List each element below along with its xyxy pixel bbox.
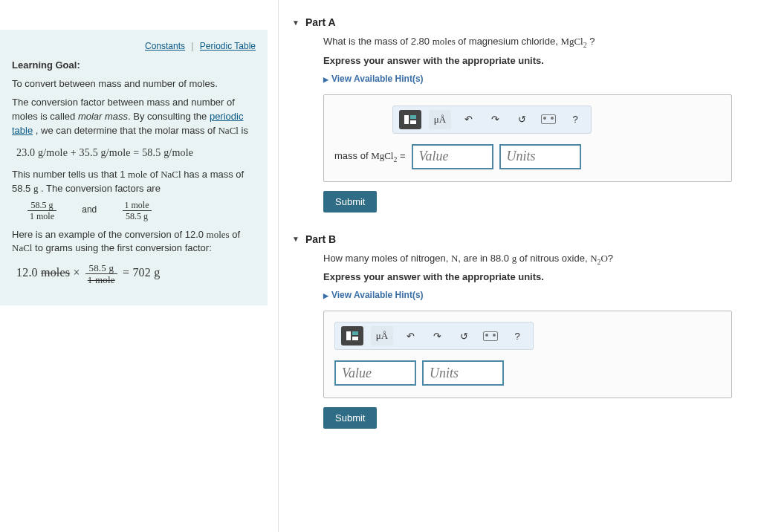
part-a-question: What is the mass of 2.80 moles of magnes… (323, 36, 755, 49)
example-equation: 12.0 moles × 58.5 g1 mole = 702 g (16, 263, 251, 285)
redo-icon[interactable]: ↷ (485, 110, 505, 129)
part-a: Part A What is the mass of 2.80 moles of… (292, 12, 755, 213)
part-b-instruction: Express your answer with the appropriate… (323, 271, 755, 282)
part-a-header[interactable]: Part A (292, 12, 755, 33)
part-b-toolbar: μÅ ↶ ↷ ↺ ? (334, 322, 534, 350)
part-b-value-input[interactable] (334, 360, 416, 386)
units-button[interactable]: μÅ (371, 326, 393, 346)
part-a-hints-toggle[interactable]: View Available Hint(s) (323, 74, 755, 84)
part-a-input-label: mass of MgCl2 = (334, 150, 406, 163)
part-a-label: Part A (305, 16, 336, 28)
undo-icon[interactable]: ↶ (459, 110, 478, 129)
svg-rect-4 (352, 331, 358, 335)
vertical-divider (278, 0, 279, 532)
lg-paragraph-4: Here is an example of the conversion of … (12, 228, 256, 256)
learning-goal-title: Learning Goal: (12, 59, 256, 73)
part-b-header[interactable]: Part B (292, 229, 755, 250)
help-icon[interactable]: ? (508, 326, 527, 346)
lg-paragraph-1: To convert between mass and number of mo… (12, 77, 256, 91)
part-a-value-input[interactable] (412, 144, 493, 169)
part-a-submit-button[interactable]: Submit (323, 191, 377, 213)
part-b: Part B How many moles of nitrogen, N, ar… (292, 229, 755, 429)
undo-icon[interactable]: ↶ (401, 326, 420, 346)
template-icon[interactable] (399, 110, 421, 129)
reset-icon[interactable]: ↺ (454, 326, 473, 346)
part-a-instruction: Express your answer with the appropriate… (323, 55, 755, 66)
part-a-input-row: mass of MgCl2 = (334, 144, 721, 169)
units-button[interactable]: μÅ (429, 110, 451, 129)
learning-goal-box: Constants | Periodic Table Learning Goal… (0, 30, 268, 305)
part-b-hints-toggle[interactable]: View Available Hint(s) (323, 290, 755, 300)
periodic-table-link[interactable]: Periodic Table (200, 41, 256, 51)
svg-rect-0 (404, 115, 409, 124)
part-a-units-input[interactable] (499, 144, 581, 169)
svg-rect-1 (410, 115, 416, 119)
sidebar: Constants | Periodic Table Learning Goal… (0, 0, 275, 532)
svg-rect-3 (346, 331, 351, 340)
part-b-submit-button[interactable]: Submit (323, 407, 377, 429)
part-b-label: Part B (305, 233, 336, 245)
lg-paragraph-2: The conversion factor between mass and n… (12, 96, 256, 138)
svg-rect-2 (410, 120, 416, 124)
part-b-answer-box: μÅ ↶ ↷ ↺ ? (323, 311, 732, 398)
part-b-units-input[interactable] (422, 360, 504, 386)
svg-rect-5 (352, 337, 358, 340)
chevron-down-icon (292, 19, 299, 27)
link-separator: | (191, 41, 193, 51)
part-b-input-row (334, 360, 721, 386)
molar-mass-equation: 23.0 g/mole + 35.5 g/mole = 58.5 g/mole (16, 146, 251, 160)
reference-links: Constants | Periodic Table (12, 40, 256, 53)
lg-paragraph-3: This number tells us that 1 mole of NaCl… (12, 168, 256, 196)
part-a-toolbar: μÅ ↶ ↷ ↺ ? (392, 106, 592, 134)
main-content: Part A What is the mass of 2.80 moles of… (292, 0, 761, 532)
keyboard-icon[interactable] (539, 110, 558, 129)
reset-icon[interactable]: ↺ (512, 110, 531, 129)
help-icon[interactable]: ? (566, 110, 585, 129)
chevron-down-icon (292, 235, 299, 243)
template-icon[interactable] (341, 326, 363, 346)
keyboard-icon[interactable] (481, 326, 500, 346)
conversion-factors: 58.5 g1 mole and 1 mole58.5 g (25, 201, 256, 221)
constants-link[interactable]: Constants (145, 41, 185, 51)
part-a-answer-box: μÅ ↶ ↷ ↺ ? mass of MgCl2 = (323, 94, 732, 182)
part-b-question: How many moles of nitrogen, N, are in 88… (323, 253, 755, 266)
redo-icon[interactable]: ↷ (427, 326, 447, 346)
